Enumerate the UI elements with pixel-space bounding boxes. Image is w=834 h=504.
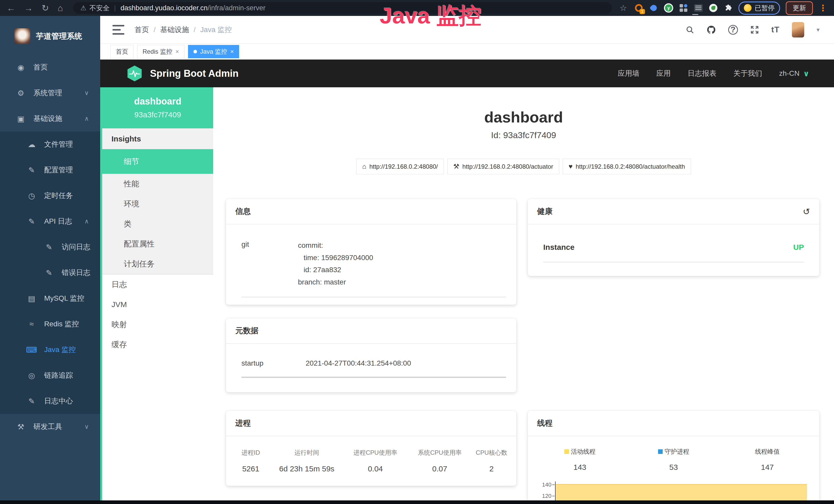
sidebar-item-label: 研发工具 — [34, 422, 62, 432]
sidebar-item-config-mgmt[interactable]: ✎ 配置管理 — [0, 157, 100, 183]
browser-reload-icon[interactable]: ↻ — [42, 0, 49, 16]
sba-item-details[interactable]: 细节 — [102, 149, 213, 174]
sba-nav: 应用墙 应用 日志报表 关于我们 zh-CN ∨ — [618, 69, 834, 78]
sba-nav-wall[interactable]: 应用墙 — [618, 69, 639, 78]
cloud-upload-icon: ☁ — [26, 140, 38, 149]
search-icon[interactable] — [685, 25, 694, 34]
active-tab-dot — [193, 50, 197, 53]
fullscreen-icon[interactable] — [750, 25, 759, 34]
sba-main-content: dashboard Id: 93a3fc7f7409 ⌂ http://192.… — [213, 87, 834, 504]
browser-home-icon[interactable]: ⌂ — [58, 0, 63, 16]
extension-icon-leaf[interactable] — [709, 3, 718, 13]
sidebar-item-tracing[interactable]: ◎ 链路追踪 — [0, 363, 100, 388]
tab-home[interactable]: 首页 — [110, 45, 134, 58]
log-edit-icon: ✎ — [43, 268, 55, 277]
timer-icon: ◷ — [26, 191, 38, 200]
sidebar-item-label: 访问日志 — [62, 242, 90, 252]
sba-item-caches[interactable]: 缓存 — [102, 335, 213, 354]
sidebar-item-label: 错误日志 — [62, 268, 90, 278]
sidebar-item-infrastructure[interactable]: ▣ 基础设施 ∧ — [0, 106, 100, 132]
threads-card: 线程 活动线程 143 守护进程 53 线程峰值 14 — [528, 411, 819, 504]
extension-icon-y[interactable]: y — [664, 3, 673, 13]
sba-item-jvm[interactable]: JVM — [102, 295, 213, 315]
sba-item-environment[interactable]: 环境 — [102, 194, 213, 214]
sba-locale-select[interactable]: zh-CN ∨ — [779, 69, 809, 78]
instance-health-link[interactable]: ♥ http://192.168.0.2:48080/actuator/heal… — [563, 159, 691, 174]
sidebar-item-system-mgmt[interactable]: ⚙ 系统管理 ∨ — [0, 80, 100, 106]
browser-menu-dots-icon[interactable]: ⋮ — [818, 3, 827, 13]
val-uptime: 6d 23h 15m 59s — [270, 464, 343, 473]
paused-profile-pill[interactable]: 已暂停 — [739, 2, 780, 15]
history-icon[interactable]: ↺ — [803, 206, 810, 217]
extension-icon-tabs-on[interactable]: on — [694, 3, 703, 13]
sidebar-item-scheduled-jobs[interactable]: ◷ 定时任务 — [0, 183, 100, 208]
extension-icon-grid[interactable] — [679, 3, 688, 13]
user-avatar[interactable] — [792, 22, 804, 38]
breadcrumb-home[interactable]: 首页 — [135, 25, 149, 35]
sba-nav-about[interactable]: 关于我们 — [733, 69, 762, 78]
instance-actuator-link[interactable]: ⚒ http://192.168.0.2:48080/actuator — [447, 159, 559, 174]
sidebar-item-label: 配置管理 — [44, 165, 73, 175]
sba-instance-id: 93a3fc7f7409 — [105, 110, 211, 119]
sba-group-label: Insights — [102, 129, 213, 149]
sidebar-item-redis-monitor[interactable]: ≈ Redis 监控 — [0, 311, 100, 337]
log-edit-icon: ✎ — [26, 217, 38, 226]
sidebar-item-dev-tools[interactable]: ⚒ 研发工具 ∨ — [0, 414, 100, 439]
extension-icon-puzzle[interactable] — [724, 3, 733, 13]
sba-item-scheduled-tasks[interactable]: 计划任务 — [102, 254, 213, 274]
sidebar-item-home[interactable]: ◉ 首页 — [0, 54, 100, 80]
github-icon[interactable] — [707, 25, 716, 35]
browser-forward-icon[interactable]: → — [24, 0, 33, 16]
sba-item-metrics[interactable]: 性能 — [102, 174, 213, 194]
breadcrumb-infrastructure[interactable]: 基础设施 — [160, 25, 189, 35]
sba-nav-journal[interactable]: 日志报表 — [687, 69, 716, 78]
sba-item-classes[interactable]: 类 — [102, 214, 213, 234]
sidebar-item-api-log[interactable]: ✎ API 日志 ∧ — [0, 208, 100, 234]
database-icon: ▤ — [26, 294, 38, 303]
sba-item-config-props[interactable]: 配置属性 — [102, 234, 213, 254]
health-card-title: 健康 — [537, 206, 552, 217]
browser-update-button[interactable]: 更新 — [786, 1, 813, 15]
sba-instance-name: dashboard — [105, 96, 211, 107]
sba-nav-applications[interactable]: 应用 — [656, 69, 671, 78]
spring-boot-admin-logo-icon — [126, 65, 143, 82]
bookmark-star-icon[interactable]: ☆ — [619, 3, 627, 13]
extension-icon-orange[interactable]: 1 — [634, 3, 643, 13]
user-caret-down-icon[interactable]: ▾ — [816, 26, 820, 33]
instance-home-link[interactable]: ⌂ http://192.168.0.2:48080/ — [356, 159, 444, 174]
sidebar-item-access-log[interactable]: ✎ 访问日志 — [0, 234, 100, 260]
extension-icon-pin[interactable] — [649, 3, 658, 13]
git-branch-line: branch: master — [298, 276, 373, 288]
val-cpu-cores: 2 — [472, 464, 511, 473]
tab-java-monitor[interactable]: Java 监控 × — [188, 45, 239, 58]
locale-chevron-down-icon: ∨ — [803, 69, 809, 78]
log-edit-icon: ✎ — [26, 397, 38, 406]
url-bar[interactable]: ⚠ 不安全 | dashboard.yudao.iocoder.cn/infra… — [73, 2, 612, 14]
home-gauge-icon: ◉ — [15, 63, 27, 72]
sidebar-item-error-log[interactable]: ✎ 错误日志 — [0, 260, 100, 285]
active-threads-value: 143 — [533, 463, 627, 472]
close-icon[interactable]: × — [230, 48, 234, 55]
sba-item-logs[interactable]: 日志 — [102, 274, 213, 295]
chevron-up-icon: ∧ — [84, 218, 89, 225]
tab-redis-monitor[interactable]: Redis 监控 × — [137, 45, 184, 58]
sba-instance-header[interactable]: dashboard 93a3fc7f7409 — [102, 87, 213, 129]
instance-label: Instance — [543, 243, 575, 252]
metadata-card-title: 元数据 — [235, 325, 258, 336]
browser-back-icon[interactable]: ← — [7, 0, 16, 16]
hamburger-icon[interactable] — [112, 25, 124, 35]
home-icon: ⌂ — [362, 162, 366, 170]
emoji-face-icon — [744, 4, 751, 12]
close-icon[interactable]: × — [175, 48, 179, 55]
sidebar-item-label: Redis 监控 — [44, 319, 79, 329]
sba-item-mappings[interactable]: 映射 — [102, 315, 213, 335]
metadata-card: 元数据 startup 2021-04-27T00:44:31.254+08:0… — [226, 318, 516, 392]
sidebar-item-java-monitor[interactable]: ⌨ Java 监控 — [0, 337, 100, 363]
sidebar-item-file-mgmt[interactable]: ☁ 文件管理 — [0, 132, 100, 157]
sidebar-item-mysql-monitor[interactable]: ▤ MySQL 监控 — [0, 285, 100, 311]
app-logo-avatar — [14, 28, 30, 44]
text-size-icon[interactable]: tT — [771, 25, 780, 35]
help-icon[interactable]: ? — [728, 25, 738, 35]
extension-badge: 1 — [640, 9, 645, 14]
sidebar-item-log-center[interactable]: ✎ 日志中心 — [0, 388, 100, 414]
